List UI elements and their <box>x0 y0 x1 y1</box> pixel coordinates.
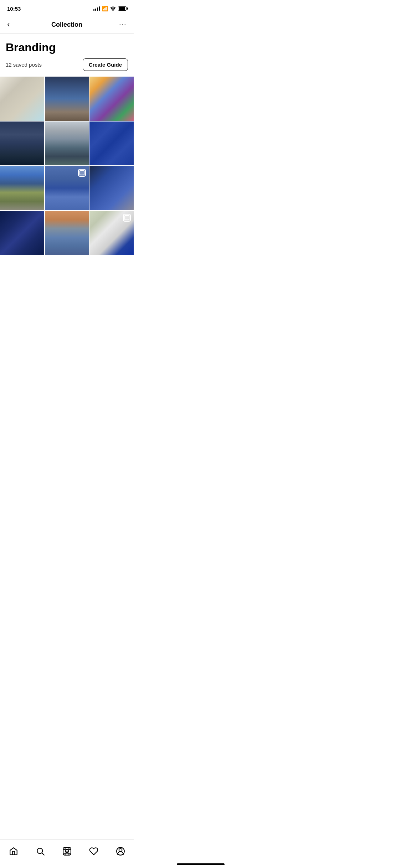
grid-item[interactable] <box>0 166 44 210</box>
grid-item-image <box>45 122 89 166</box>
collection-title: Branding <box>6 41 128 54</box>
grid-item[interactable] <box>89 77 134 121</box>
nav-bar: ‹ Collection ··· <box>0 16 134 33</box>
svg-point-0 <box>113 10 114 11</box>
grid-item[interactable] <box>89 122 134 166</box>
grid-item-image <box>45 77 89 121</box>
battery-icon <box>118 6 127 11</box>
grid-item-image <box>89 166 134 210</box>
grid-item[interactable] <box>89 211 134 255</box>
grid-item-image <box>0 166 44 210</box>
multi-post-badge <box>123 214 131 222</box>
grid-item[interactable] <box>89 166 134 210</box>
saved-count: 12 saved posts <box>6 62 42 68</box>
grid-item[interactable] <box>45 77 89 121</box>
grid-item-image <box>89 77 134 121</box>
grid-item-image <box>89 122 134 166</box>
grid-item-image <box>45 211 89 255</box>
grid-item-image <box>0 77 44 121</box>
create-guide-button[interactable]: Create Guide <box>83 58 128 71</box>
header-section: Branding 12 saved posts Create Guide <box>0 34 134 77</box>
grid-item[interactable] <box>45 166 89 210</box>
grid-item-image <box>0 211 44 255</box>
grid-item[interactable] <box>45 122 89 166</box>
header-row: 12 saved posts Create Guide <box>6 58 128 71</box>
nav-title: Collection <box>51 21 82 29</box>
wifi-icon: 📶 <box>102 6 108 11</box>
grid-item[interactable] <box>0 122 44 166</box>
status-time: 10:53 <box>7 6 21 12</box>
grid-item[interactable] <box>0 77 44 121</box>
status-bar: 10:53 📶 <box>0 0 134 16</box>
back-button[interactable]: ‹ <box>7 20 21 29</box>
grid-item-image <box>0 122 44 166</box>
signal-icon <box>93 6 100 11</box>
grid-item[interactable] <box>45 211 89 255</box>
grid-item[interactable] <box>0 211 44 255</box>
more-options-button[interactable]: ··· <box>112 20 127 29</box>
image-grid <box>0 77 134 255</box>
status-icons: 📶 <box>93 6 127 11</box>
wifi-icon <box>110 6 116 11</box>
multi-post-badge <box>78 169 86 177</box>
